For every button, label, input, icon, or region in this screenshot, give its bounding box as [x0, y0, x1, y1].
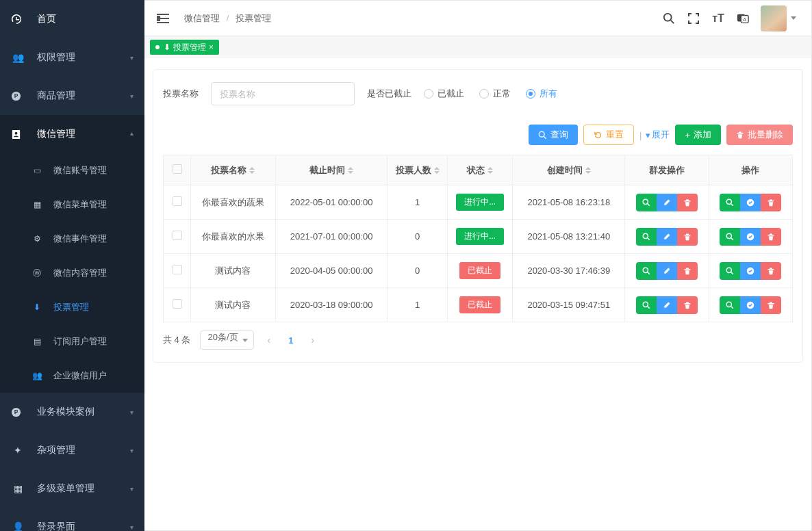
group-view-button[interactable] [636, 296, 657, 314]
sidebar-sub-vote[interactable]: ⬇ 投票管理 [0, 290, 144, 324]
group-view-button[interactable] [636, 194, 657, 211]
query-button[interactable]: 查询 [529, 125, 578, 145]
group-edit-button[interactable] [657, 262, 677, 280]
cell-created: 2020-03-30 17:46:39 [513, 254, 625, 288]
close-icon[interactable]: × [209, 42, 214, 52]
cell-voters: 1 [388, 288, 447, 322]
row-view-button[interactable] [720, 194, 740, 211]
select-all-checkbox[interactable] [173, 164, 182, 174]
user-avatar[interactable] [761, 5, 787, 31]
sidebar-sub-enterprise-users[interactable]: 👥 企业微信用户 [0, 359, 144, 393]
actions-row: 查询 重置 | ▾ 展开 + 添加 批量删除 [163, 125, 793, 145]
reset-button[interactable]: 重置 [583, 125, 634, 145]
group-delete-button[interactable] [677, 296, 698, 314]
sidebar-sub-wechat-content[interactable]: ⓦ 微信内容管理 [0, 256, 144, 290]
sidebar-item-multilevel[interactable]: ▦ 多级菜单管理 ▾ [0, 469, 144, 508]
tabs-bar: ⬇ 投票管理 × [144, 36, 811, 58]
sidebar-sub-wechat-event[interactable]: ⚙ 微信事件管理 [0, 222, 144, 256]
table-row: 你最喜欢的蔬果2022-05-01 00:00:001进行中...2021-05… [164, 185, 793, 220]
sidebar-sub-subscribers[interactable]: ▤ 订阅用户管理 [0, 324, 144, 359]
sidebar-item-goods[interactable]: P 商品管理 ▾ [0, 77, 144, 115]
radio-all[interactable]: 所有 [526, 88, 557, 100]
col-voters[interactable]: 投票人数 [388, 155, 447, 185]
dashboard-icon [11, 14, 25, 25]
breadcrumb-parent[interactable]: 微信管理 [184, 13, 220, 23]
contact-icon [11, 129, 25, 140]
search-icon[interactable] [657, 12, 681, 25]
sidebar-sub-wechat-account[interactable]: ▭ 微信账号管理 [0, 153, 144, 187]
status-badge: 已截止 [459, 296, 500, 313]
svg-point-18 [726, 268, 731, 272]
group-op [636, 262, 698, 280]
sidebar-item-misc[interactable]: ✦ 杂项管理 ▾ [0, 431, 144, 469]
group-delete-button[interactable] [677, 228, 698, 246]
bulk-delete-button[interactable]: 批量删除 [726, 125, 793, 145]
col-status[interactable]: 状态 [447, 155, 513, 185]
expand-link[interactable]: | ▾ 展开 [639, 129, 670, 141]
sidebar-submenu-wechat: ▭ 微信账号管理 ▦ 微信菜单管理 ⚙ 微信事件管理 ⓦ 微信内容管理 ⬇ 投票… [0, 153, 144, 393]
chevron-down-icon: ▾ [130, 447, 134, 454]
chevron-down-icon: ▾ [130, 485, 134, 493]
translate-icon[interactable]: A [731, 12, 755, 25]
row-delete-button[interactable] [761, 262, 781, 280]
sort-icon [585, 167, 591, 174]
pager-next[interactable]: › [307, 335, 318, 346]
font-size-icon[interactable]: тT [706, 12, 731, 25]
collapse-sidebar-button[interactable] [157, 14, 169, 23]
chevron-down-icon: ▾ [130, 409, 134, 416]
main: 微信管理 / 投票管理 тT A ⬇ 投票管理 × 投票名称 [144, 0, 812, 531]
row-check-button[interactable] [740, 228, 761, 246]
row-delete-button[interactable] [761, 296, 781, 314]
row-checkbox[interactable] [173, 299, 182, 309]
pager-current[interactable]: 1 [284, 335, 297, 346]
row-delete-button[interactable] [761, 194, 781, 211]
sidebar-item-login[interactable]: 👤 登录界面 ▾ [0, 508, 144, 531]
plus-icon: + [685, 130, 690, 140]
row-check-button[interactable] [740, 262, 761, 280]
row-check-button[interactable] [740, 194, 761, 211]
page-size-select[interactable]: 20条/页 [200, 331, 253, 350]
group-delete-button[interactable] [677, 194, 698, 211]
add-button[interactable]: + 添加 [675, 125, 721, 145]
group-view-button[interactable] [636, 262, 657, 280]
svg-point-21 [726, 302, 731, 307]
row-view-button[interactable] [720, 296, 740, 314]
table-row: 测试内容2020-04-05 00:00:000已截止2020-03-30 17… [164, 254, 793, 288]
row-op [720, 262, 781, 280]
row-checkbox[interactable] [173, 196, 182, 206]
sidebar-item-wechat[interactable]: 微信管理 ▾ [0, 115, 144, 153]
row-checkbox[interactable] [173, 265, 182, 274]
row-view-button[interactable] [720, 262, 740, 280]
svg-point-3 [15, 131, 18, 134]
tab-vote-management[interactable]: ⬇ 投票管理 × [150, 40, 219, 55]
cell-voters: 0 [388, 220, 447, 254]
sort-icon [249, 167, 255, 174]
row-view-button[interactable] [720, 228, 740, 246]
radio-normal[interactable]: 正常 [479, 88, 511, 100]
fullscreen-icon[interactable] [681, 13, 706, 24]
group-edit-button[interactable] [657, 228, 677, 246]
table-row: 测试内容2020-03-18 09:00:001已截止2020-03-15 09… [164, 288, 793, 322]
gear-icon: ⚙ [30, 234, 44, 244]
row-delete-button[interactable] [761, 228, 781, 246]
radio-closed[interactable]: 已截止 [424, 88, 464, 100]
col-created[interactable]: 创建时间 [513, 155, 625, 185]
sidebar-home[interactable]: 首页 [0, 0, 144, 38]
col-deadline[interactable]: 截止时间 [275, 155, 388, 185]
row-checkbox[interactable] [173, 231, 182, 240]
group-edit-button[interactable] [657, 194, 677, 211]
topbar: 微信管理 / 投票管理 тT A [144, 1, 811, 36]
sidebar-sub-wechat-menu[interactable]: ▦ 微信菜单管理 [0, 187, 144, 222]
col-name[interactable]: 投票名称 [191, 155, 276, 185]
filter-name-input[interactable] [211, 82, 355, 105]
sidebar-item-permission[interactable]: 👥 权限管理 ▾ [0, 38, 144, 77]
col-op: 操作 [709, 155, 792, 185]
group-edit-button[interactable] [657, 296, 677, 314]
sidebar-item-business-demo[interactable]: P 业务模块案例 ▾ [0, 393, 144, 431]
users-icon: 👥 [11, 52, 25, 63]
group-view-button[interactable] [636, 228, 657, 246]
pager-prev[interactable]: ‹ [264, 335, 275, 346]
group-delete-button[interactable] [677, 262, 698, 280]
row-check-button[interactable] [740, 296, 761, 314]
user-icon: 👤 [11, 521, 25, 531]
